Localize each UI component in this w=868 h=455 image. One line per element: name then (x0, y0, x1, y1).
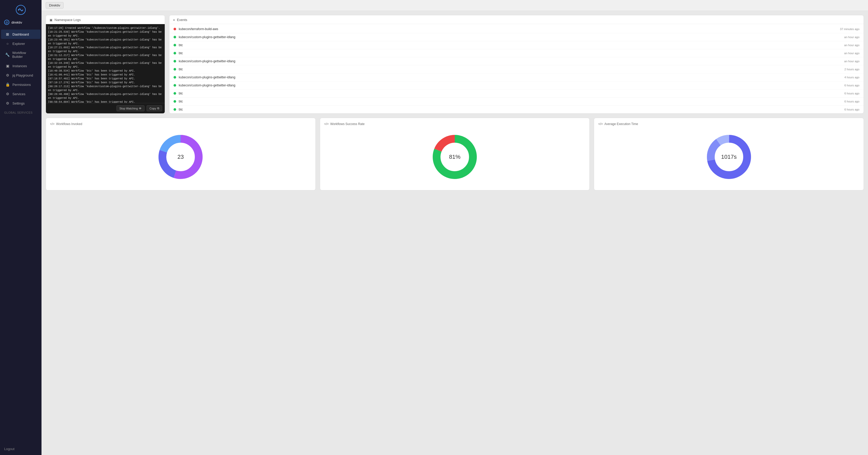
copy-icon: ⧉ (157, 107, 159, 110)
event-name: kubecon/custom-plugins-gettwitter-idlang (179, 35, 841, 39)
code-icon2: </> (324, 122, 329, 126)
event-name: btc (179, 100, 842, 103)
logs-body[interactable]: [18:17:28] Created workflow '/kubecon/cu… (46, 24, 165, 103)
sidebar-item-jq-playground[interactable]: ⚙ jq Playground (1, 70, 40, 80)
bottom-row: </> Workflows Invoked (45, 118, 864, 190)
event-status-green (174, 36, 176, 38)
event-status-green (174, 44, 176, 47)
services-icon: ⚙ (5, 92, 10, 96)
workflows-invoked-header: </> Workflows Invoked (50, 122, 82, 126)
event-name: btc (179, 67, 842, 71)
invoked-value: 23 (178, 154, 184, 160)
logout-button[interactable]: Logout (0, 443, 41, 455)
sidebar-item-workflow-builder[interactable]: 🔧 Workflow Builder (1, 48, 40, 61)
sidebar-item-label: Workflow Builder (12, 51, 36, 59)
event-time: 2 hours ago (844, 68, 860, 71)
sidebar-item-label: Explorer (12, 42, 25, 46)
success-rate-header: </> Workflows Success Rate (324, 122, 365, 126)
sidebar-item-explorer[interactable]: ○ Explorer (1, 39, 40, 48)
event-name: btc (179, 51, 841, 55)
log-line: [07:19:17.276] Workflow 'btc' has been t… (48, 81, 163, 85)
username: direktiv (11, 21, 22, 24)
logs-footer: Stop Watching 👁 Copy ⧉ (46, 103, 165, 113)
success-rate-donut-container: 81% (324, 128, 586, 186)
avg-execution-header: </> Average Execution Time (598, 122, 638, 126)
terminal-icon: ▣ (50, 18, 53, 22)
event-time: 6 hours ago (844, 100, 860, 103)
event-item[interactable]: btc6 hours ago (169, 90, 864, 97)
sidebar-item-settings[interactable]: ⚙ Settings (1, 98, 40, 108)
event-item[interactable]: btcan hour ago (169, 41, 864, 49)
event-time: 37 minutes ago (840, 28, 860, 31)
event-status-green (174, 52, 176, 55)
sidebar: @ direktiv ⊞ Dashboard ○ Explorer 🔧 Work… (0, 0, 41, 455)
sidebar-user[interactable]: @ direktiv (0, 18, 41, 29)
stop-watching-button[interactable]: Stop Watching 👁 (117, 105, 145, 111)
log-line: [18:21:25.539] Workflow 'kubecon/custom-… (48, 30, 163, 38)
event-item[interactable]: btc2 hours ago (169, 65, 864, 73)
event-time: an hour ago (844, 35, 860, 39)
avg-execution-title: Average Execution Time (604, 122, 638, 126)
log-line: [18:31:12.217] Workflow 'kubecon/custom-… (48, 54, 163, 61)
invoked-donut-container: 23 (50, 128, 311, 186)
logo (0, 0, 41, 18)
dashboard-icon: ⊞ (5, 32, 10, 36)
search-icon: ○ (5, 41, 10, 46)
sidebar-item-dashboard[interactable]: ⊞ Dashboard (1, 30, 40, 39)
svg-point-1 (18, 9, 20, 11)
workflows-invoked-panel: </> Workflows Invoked (45, 118, 316, 190)
copy-button[interactable]: Copy ⧉ (147, 105, 162, 111)
top-row: ▣ Namespace Logs [18:17:28] Created work… (45, 15, 864, 114)
sidebar-item-label: Settings (12, 101, 25, 105)
event-item[interactable]: btc6 hours ago (169, 105, 864, 113)
sidebar-item-permissions[interactable]: 🔒 Permissions (1, 80, 40, 89)
sidebar-item-instances[interactable]: ▣ Instances (1, 61, 40, 70)
event-item[interactable]: kubecon/custom-plugins-gettwitter-idlang… (169, 82, 864, 90)
events-panel-header: ≡ Events (169, 15, 864, 24)
log-line: [08:26:46.498] Workflow 'kubecon/custom-… (48, 92, 163, 100)
wrench-icon: 🔧 (5, 53, 9, 57)
success-rate-donut: 81% (429, 131, 481, 183)
workflows-invoked-title: Workflows Invoked (56, 122, 82, 126)
settings-icon: ⚙ (5, 101, 10, 105)
event-item[interactable]: kubecon/terraform-build-aws37 minutes ag… (169, 25, 864, 33)
event-name: btc (179, 43, 841, 47)
user-icon: @ (4, 20, 9, 25)
event-name: kubecon/terraform-build-aws (179, 27, 837, 31)
avg-execution-donut-container: 1017s (598, 128, 860, 186)
event-item[interactable]: kubecon/custom-plugins-gettwitter-idlang… (169, 57, 864, 65)
log-line: [18:32:34.340] Workflow 'kubecon/custom-… (48, 61, 163, 69)
event-item[interactable]: btc6 hours ago (169, 97, 864, 105)
event-name: kubecon/custom-plugins-gettwitter-idlang (179, 84, 842, 87)
event-name: kubecon/custom-plugins-gettwitter-idlang (179, 75, 842, 79)
sidebar-item-label: Services (12, 92, 25, 96)
event-time: an hour ago (844, 60, 860, 63)
namespace-logs-panel: ▣ Namespace Logs [18:17:28] Created work… (45, 15, 165, 114)
events-panel: ≡ Events kubecon/terraform-build-aws37 m… (169, 15, 864, 114)
event-item[interactable]: btcan hour ago (169, 49, 864, 57)
event-status-green (174, 68, 176, 70)
log-line: [08:58:54.604] Workflow 'btc' has been t… (48, 100, 163, 103)
sidebar-item-services[interactable]: ⚙ Services (1, 89, 40, 98)
event-item[interactable]: kubecon/custom-plugins-gettwitter-idlang… (169, 73, 864, 82)
avg-execution-value: 1017s (721, 154, 737, 160)
event-item[interactable]: kubecon/custom-plugins-gettwitter-idlang… (169, 33, 864, 41)
success-rate-value: 81% (449, 154, 461, 160)
event-status-green (174, 76, 176, 79)
avg-execution-donut: 1017s (703, 131, 755, 183)
sidebar-item-label: Permissions (12, 83, 31, 87)
event-status-green (174, 108, 176, 111)
log-line: [18:41:00.441] Workflow 'btc' has been t… (48, 73, 163, 77)
events-icon: ≡ (173, 18, 175, 22)
event-name: btc (179, 92, 842, 95)
invoked-donut: 23 (155, 131, 207, 183)
event-time: 4 hours ago (844, 76, 860, 79)
jq-icon: ⚙ (5, 73, 10, 77)
logs-panel-title: Namespace Logs (55, 18, 81, 22)
event-time: 6 hours ago (844, 108, 860, 111)
log-line: [18:27:21.693] Workflow 'kubecon/custom-… (48, 46, 163, 54)
workflows-success-rate-panel: </> Workflows Success Rate 81% (320, 118, 590, 190)
topbar: Direktiv (41, 0, 868, 11)
log-line: [18:23:40.301] Workflow 'kubecon/custom-… (48, 38, 163, 46)
lock-icon: 🔒 (5, 83, 10, 87)
